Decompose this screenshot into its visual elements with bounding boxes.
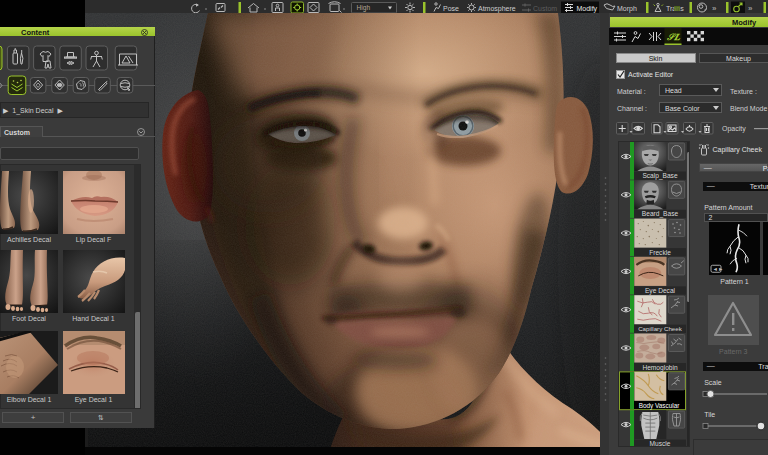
svg-text:◄►: ◄► (713, 266, 724, 272)
svg-text:𝒮𝑳: 𝒮𝑳 (666, 32, 681, 42)
svg-text:»: » (748, 4, 753, 13)
svg-text:Pose: Pose (443, 5, 459, 12)
svg-text:Modify: Modify (577, 5, 598, 13)
svg-text:High: High (357, 4, 371, 12)
svg-text:»: » (712, 4, 717, 13)
svg-text:Custom: Custom (533, 5, 557, 12)
svg-text:Opacity: Opacity (722, 125, 746, 133)
svg-text:Morph: Morph (617, 5, 637, 13)
svg-text:Atmosphere: Atmosphere (478, 5, 516, 13)
